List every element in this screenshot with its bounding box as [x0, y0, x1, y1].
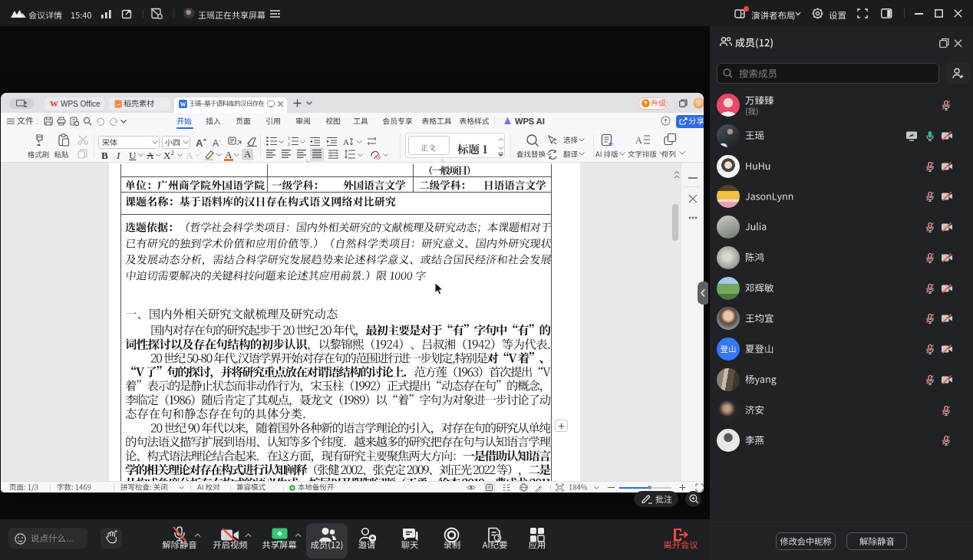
svg-text:1: 1	[288, 137, 290, 140]
svg-text:2: 2	[288, 142, 290, 146]
svg-text:A: A	[635, 135, 642, 146]
svg-text:A: A	[343, 137, 349, 147]
svg-text:W: W	[180, 101, 186, 108]
